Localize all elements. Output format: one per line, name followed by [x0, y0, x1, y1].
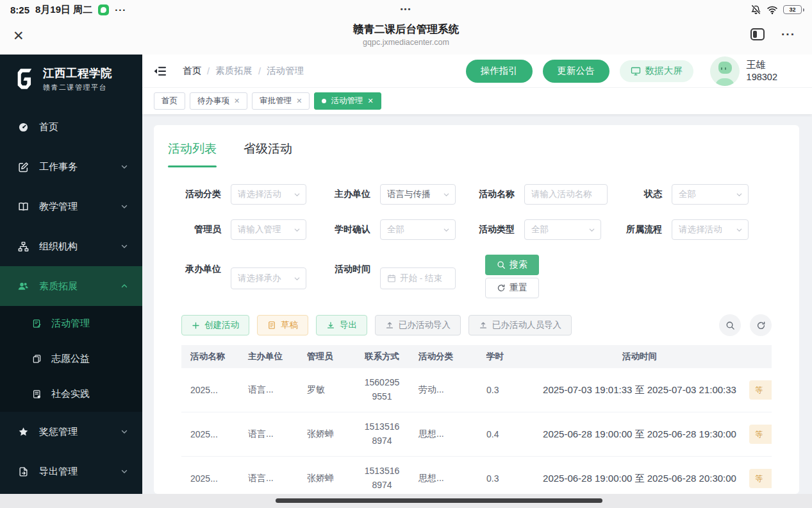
sidebar-subitem-activity-management[interactable]: 活动管理 — [0, 306, 142, 341]
sidebar-item-label: 导出管理 — [39, 466, 78, 478]
horizontal-scrollbar[interactable] — [276, 498, 602, 503]
import-done-activities-button[interactable]: 已办活动导入 — [375, 315, 461, 335]
breadcrumb-home[interactable]: 首页 — [183, 65, 201, 77]
collapse-sidebar-icon[interactable] — [154, 65, 167, 77]
dashboard-icon — [18, 122, 29, 133]
activity-type-select[interactable]: 全部 — [524, 219, 601, 240]
sidebar-item-export[interactable]: 导出管理 — [0, 452, 142, 491]
cell-hours: 0.3 — [477, 368, 534, 412]
reset-label: 重置 — [510, 282, 527, 294]
close-icon[interactable]: ✕ — [234, 97, 240, 105]
tab-tag-todo[interactable]: 待办事项 ✕ — [190, 92, 247, 110]
practice-doc-icon — [32, 389, 42, 399]
cell-activity-time: 2025-06-28 19:00:00 至 2025-06-28 19:30:0… — [534, 412, 745, 456]
col-header: 活动名称 — [181, 345, 239, 368]
school-name: 江西工程学院 — [43, 65, 112, 81]
sidebar-item-quality-development[interactable]: 素质拓展 — [0, 266, 142, 306]
close-icon[interactable]: ✕ — [296, 97, 302, 105]
browser-more-icon[interactable]: ··· — [781, 28, 795, 40]
logo-block: 江西工程学院 赣青二课管理平台 — [0, 60, 142, 98]
import-done-label: 已办活动导入 — [399, 319, 451, 331]
filter-label-activity-name: 活动名称 — [456, 189, 515, 200]
search-icon — [497, 260, 506, 269]
table-row[interactable]: 2025... 语言... 罗敏 15602959551 劳动... 0.3 2… — [181, 368, 772, 412]
cell-category: 思想... — [410, 412, 477, 456]
cell-phone: 15135168974 — [354, 412, 410, 456]
tab-tag-approval[interactable]: 审批管理 ✕ — [252, 92, 310, 110]
col-header: 主办单位 — [239, 345, 298, 368]
cell-organizer: 语言... — [239, 412, 298, 456]
opened-tabs-bar: 首页 待办事项 ✕ 审批管理 ✕ 活动管理 ✕ — [142, 88, 812, 114]
flow-select[interactable]: 请选择活动 — [672, 219, 749, 240]
battery-percent: 32 — [789, 6, 795, 13]
sidebar-item-rewards[interactable]: 奖惩管理 — [0, 412, 142, 452]
active-app-indicator-icon — [98, 4, 109, 15]
close-icon[interactable]: ✕ — [13, 28, 24, 44]
tab-tag-activity-management[interactable]: 活动管理 ✕ — [314, 92, 381, 110]
filter-label-activity-type: 活动类型 — [456, 224, 515, 235]
cell-activity-time: 2025-06-28 19:00:00 至 2025-06-28 20:30:0… — [534, 457, 745, 494]
data-screen-button[interactable]: 数据大屏 — [620, 60, 693, 82]
status-select[interactable]: 全部 — [672, 184, 749, 205]
close-icon[interactable]: ✕ — [367, 97, 373, 105]
sidebar-subitem-social-practice[interactable]: 社会实践 — [0, 377, 142, 412]
tab-province-activity[interactable]: 省级活动 — [244, 140, 292, 167]
activity-name-input[interactable]: 请输入活动名称 — [524, 184, 608, 205]
reset-button[interactable]: 重置 — [485, 278, 539, 298]
multitask-dots-icon: ••• — [401, 5, 412, 13]
export-button[interactable]: 导出 — [316, 315, 367, 335]
organizer-select[interactable]: 语言与传播 — [380, 184, 456, 205]
wifi-icon — [766, 5, 778, 15]
select-placeholder: 请输入管理 — [238, 224, 291, 235]
sidebar-item-work[interactable]: 工作事务 — [0, 147, 142, 187]
table-refresh-button[interactable] — [750, 314, 772, 336]
guide-button[interactable]: 操作指引 — [466, 60, 533, 83]
tab-activity-list[interactable]: 活动列表 — [168, 140, 217, 167]
table-search-button[interactable] — [719, 314, 741, 336]
create-activity-button[interactable]: 创建活动 — [181, 315, 249, 335]
undertaker-select[interactable]: 请选择承办 — [231, 267, 306, 289]
activity-table: 活动名称 主办单位 管理员 联系方式 活动分类 学时 活动时间 2025... … — [181, 345, 772, 494]
cell-category: 劳动... — [410, 368, 477, 412]
status-badge[interactable]: 等 — [749, 425, 772, 444]
tab-tag-label: 活动管理 — [331, 96, 363, 106]
chevron-down-icon — [294, 191, 301, 198]
cell-manager: 张娇蝉 — [298, 457, 354, 494]
col-header: 活动时间 — [534, 345, 745, 368]
notice-button[interactable]: 更新公告 — [543, 60, 609, 83]
status-badge[interactable]: 等 — [749, 469, 772, 488]
search-icon — [725, 321, 735, 330]
breadcrumb-section: 素质拓展 — [215, 65, 253, 77]
filter-label-flow: 所属流程 — [608, 224, 662, 235]
filter-label-status: 状态 — [608, 189, 662, 200]
avatar[interactable] — [710, 56, 740, 86]
org-chart-icon — [18, 241, 29, 252]
tab-tag-home[interactable]: 首页 — [154, 92, 185, 110]
chevron-up-icon — [120, 282, 128, 290]
activity-time-range-input[interactable]: 开始 - 结束 — [380, 267, 456, 289]
table-row[interactable]: 2025... 语言... 张娇蝉 15135168974 思想... 0.4 … — [181, 412, 772, 457]
cell-hours: 0.4 — [477, 412, 534, 456]
search-label: 搜索 — [510, 259, 527, 271]
mute-bell-icon — [750, 4, 761, 15]
cell-activity-name: 2025... — [181, 368, 239, 412]
cell-hours: 0.3 — [477, 457, 534, 494]
search-button[interactable]: 搜索 — [485, 255, 539, 275]
breadcrumb: 首页 / 素质拓展 / 活动管理 — [183, 65, 304, 77]
sidebar-item-home[interactable]: 首页 — [0, 107, 142, 147]
sidebar-item-teaching[interactable]: 教学管理 — [0, 187, 142, 226]
sidebar: 江西工程学院 赣青二课管理平台 首页 工作事务 教学管理 组织机构 — [0, 55, 142, 494]
manager-select[interactable]: 请输入管理 — [231, 219, 306, 240]
sidebar-item-organization[interactable]: 组织机构 — [0, 226, 142, 266]
sidebar-toggle-icon[interactable] — [750, 28, 765, 40]
table-toolbar: 创建活动 草稿 导出 已办活动导入 — [181, 314, 772, 336]
hours-confirm-select[interactable]: 全部 — [380, 219, 456, 240]
draft-button[interactable]: 草稿 — [257, 315, 308, 335]
import-done-people-button[interactable]: 已办活动人员导入 — [468, 315, 572, 335]
page-url[interactable]: gqpc.jxmediacenter.com — [353, 38, 459, 47]
table-row[interactable]: 2025... 语言... 张娇蝉 15135168974 思想... 0.3 … — [181, 457, 772, 494]
status-badge[interactable]: 等 — [749, 380, 772, 400]
sidebar-subitem-volunteer[interactable]: 志愿公益 — [0, 341, 142, 377]
status-time: 8:25 — [10, 4, 29, 15]
activity-category-select[interactable]: 请选择活动 — [231, 184, 306, 205]
